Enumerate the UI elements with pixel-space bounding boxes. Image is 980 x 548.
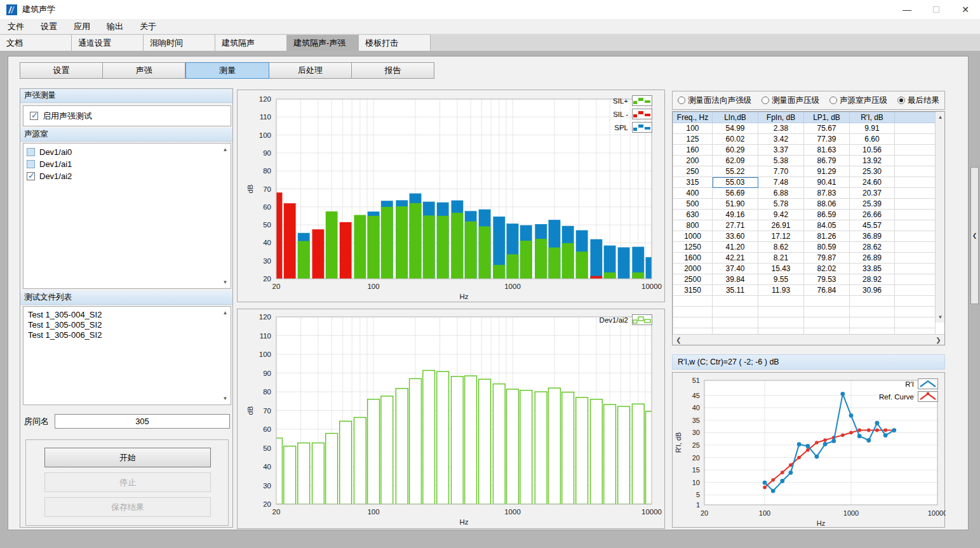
table-cell[interactable]: 160 [673, 145, 713, 156]
main-tab-4[interactable]: 建筑隔声 [215, 34, 287, 51]
main-tab-5[interactable]: 建筑隔声-声强 [287, 34, 359, 51]
table-cell[interactable]: 1250 [673, 242, 713, 253]
table-cell[interactable] [850, 296, 895, 307]
channel-item[interactable]: Dev1/ai1 [23, 158, 231, 170]
table-cell[interactable]: 25.39 [850, 199, 895, 210]
test-file-item[interactable]: Test 1_305-004_SI2 [23, 310, 231, 320]
table-cell[interactable]: 800 [673, 220, 713, 231]
channel-checkbox-icon[interactable] [27, 148, 35, 156]
main-tab-6[interactable]: 楼板打击 [359, 34, 431, 51]
radio-icon[interactable] [678, 97, 685, 104]
table-cell[interactable]: 90.41 [804, 177, 850, 188]
table-cell[interactable]: 77.39 [804, 134, 850, 145]
table-cell[interactable]: 400 [673, 188, 713, 199]
table-cell[interactable]: 91.29 [804, 166, 850, 177]
minimize-button[interactable]: — [892, 0, 922, 19]
table-cell[interactable]: 3.42 [758, 134, 804, 145]
table-cell[interactable]: 200 [673, 156, 713, 166]
collapse-panel-button[interactable]: ❮ [970, 167, 979, 304]
table-cell[interactable] [758, 317, 804, 328]
table-cell[interactable]: 9.55 [758, 274, 804, 285]
table-cell[interactable]: 28.92 [850, 274, 895, 285]
table-cell[interactable]: 62.09 [713, 156, 758, 166]
radio-icon[interactable] [829, 97, 837, 104]
table-cell[interactable]: 33.60 [713, 231, 758, 242]
table-cell[interactable]: 17.12 [758, 231, 804, 242]
table-cell[interactable]: 60.02 [713, 134, 758, 145]
channel-checkbox-icon[interactable] [27, 160, 35, 168]
table-cell[interactable]: 10.56 [850, 145, 895, 156]
table-cell[interactable]: 41.20 [713, 242, 758, 253]
scroll-up-icon[interactable]: ▲ [936, 113, 944, 121]
table-horizontal-scrollbar[interactable]: ❮ ❯ [673, 334, 944, 345]
scroll-down-icon[interactable]: ▼ [221, 278, 229, 286]
table-cell[interactable] [895, 296, 936, 307]
table-cell[interactable]: 86.59 [804, 210, 850, 220]
table-cell[interactable]: 20.37 [850, 188, 895, 199]
table-cell[interactable]: 7.48 [758, 177, 804, 188]
menu-item-关于[interactable]: 关于 [140, 21, 156, 32]
table-cell[interactable] [895, 231, 936, 242]
table-cell[interactable]: 6.60 [850, 134, 895, 145]
radio-option-3[interactable]: 声源室声压级 [829, 95, 887, 106]
table-cell[interactable]: 84.05 [804, 220, 850, 231]
table-cell[interactable] [895, 166, 936, 177]
table-cell[interactable]: 315 [673, 177, 713, 188]
room-name-input[interactable] [55, 414, 230, 429]
table-cell[interactable]: 5.78 [758, 199, 804, 210]
table-cell[interactable]: 8.21 [758, 253, 804, 264]
table-cell[interactable] [895, 188, 936, 199]
table-cell[interactable] [850, 317, 895, 328]
radio-icon[interactable] [762, 97, 769, 104]
table-cell[interactable] [713, 317, 758, 328]
table-cell[interactable] [895, 177, 936, 188]
table-cell[interactable] [804, 307, 850, 317]
table-cell[interactable] [895, 274, 936, 285]
channel-item[interactable]: Dev1/ai2 [23, 170, 231, 182]
table-cell[interactable] [673, 296, 713, 307]
table-cell[interactable]: 26.89 [850, 253, 895, 264]
table-cell[interactable] [895, 285, 936, 296]
table-cell[interactable]: 79.53 [804, 274, 850, 285]
table-cell[interactable] [713, 296, 758, 307]
radio-option-4[interactable]: 最后结果 [897, 95, 939, 106]
menu-item-设置[interactable]: 设置 [41, 21, 57, 32]
table-cell[interactable] [895, 220, 936, 231]
table-cell[interactable]: 60.29 [713, 145, 758, 156]
table-cell[interactable]: 54.99 [713, 123, 758, 134]
table-cell[interactable] [895, 317, 936, 328]
table-cell[interactable]: 25.30 [850, 166, 895, 177]
table-cell[interactable] [673, 317, 713, 328]
table-header-cell[interactable]: FpIn, dB [758, 112, 804, 123]
table-cell[interactable] [895, 145, 936, 156]
scroll-up-icon[interactable]: ▲ [221, 145, 229, 154]
table-cell[interactable] [895, 242, 936, 253]
sub-tab-3[interactable]: 测量 [185, 62, 269, 79]
table-cell[interactable]: 86.79 [804, 156, 850, 166]
table-cell[interactable]: 2.38 [758, 123, 804, 134]
table-cell[interactable]: 9.42 [758, 210, 804, 220]
table-cell[interactable]: 1000 [673, 231, 713, 242]
radio-icon[interactable] [897, 97, 905, 104]
sub-tab-2[interactable]: 声强 [103, 62, 185, 79]
table-cell[interactable]: 7.70 [758, 166, 804, 177]
table-cell[interactable]: 35.11 [713, 285, 758, 296]
table-cell[interactable]: 33.85 [850, 264, 895, 274]
test-file-item[interactable]: Test 1_305-006_SI2 [23, 330, 231, 340]
table-cell[interactable]: 36.89 [850, 231, 895, 242]
close-button[interactable]: ✕ [951, 0, 980, 19]
table-cell[interactable]: 1600 [673, 253, 713, 264]
table-cell[interactable]: 55.22 [713, 166, 758, 177]
table-cell[interactable]: 630 [673, 210, 713, 220]
table-cell[interactable] [673, 307, 713, 317]
table-cell[interactable]: 45.57 [850, 220, 895, 231]
stop-button[interactable]: 停止 [44, 472, 211, 492]
table-cell[interactable]: 3.37 [758, 145, 804, 156]
table-cell[interactable]: 81.63 [804, 145, 850, 156]
table-cell[interactable]: 51.90 [713, 199, 758, 210]
table-cell[interactable] [804, 296, 850, 307]
maximize-button[interactable] [922, 0, 951, 19]
table-cell[interactable]: 3150 [673, 285, 713, 296]
sub-tab-5[interactable]: 报告 [352, 62, 434, 79]
table-cell[interactable]: 56.69 [713, 188, 758, 199]
